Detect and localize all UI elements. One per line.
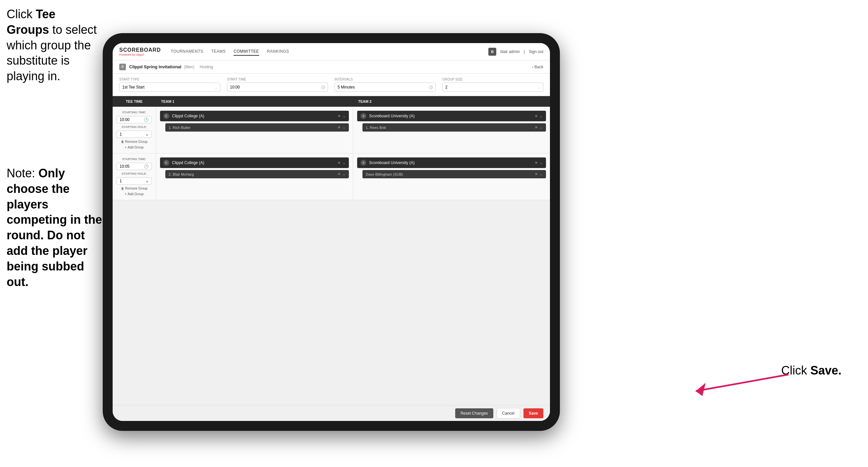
nav-committee[interactable]: COMMITTEE [234,48,259,56]
col-header-team1: Team 1 [156,96,353,107]
team2-chevron-icon-group2[interactable]: ⌄ [540,161,542,165]
player1-entry-group2[interactable]: 2. Blair McHarg ✕ ⌄ [165,170,349,178]
starting-time-value-1: 10:00 [120,117,129,122]
back-button[interactable]: ‹ Back [532,65,543,69]
player1-x-icon-group1[interactable]: ✕ [338,125,341,129]
nav-tournaments[interactable]: TOURNAMENTS [171,48,204,56]
tablet-device: SCOREBOARD Powered by clippd TOURNAMENTS… [103,33,560,431]
team2-icon-group2: S [361,160,366,166]
start-time-value: 10:00 [230,85,240,89]
team2-controls-group2: ✕ ⌄ [535,161,542,165]
player2-x-icon-group2[interactable]: ✕ [535,172,538,176]
team2-controls-group1: ✕ ⌄ [535,114,542,118]
player2-entry-group1[interactable]: 1. Rees Britt ✕ ⌄ [363,123,546,132]
team1-entry-group1[interactable]: C Clippd College (A) ✕ ⌄ [160,111,349,121]
svg-marker-3 [696,383,706,396]
intervals-label: Intervals [335,78,436,81]
starting-hole-label-2: STARTING HOLE: [122,172,147,175]
col-header-tee-time: Tee Time [113,96,156,107]
start-time-label: Start Time [227,78,328,81]
team2-x-icon-group1[interactable]: ✕ [535,114,538,118]
cancel-button[interactable]: Cancel [497,408,520,418]
add-group-label-1: Add Group [128,146,144,149]
click-save-prefix: Click [781,363,810,377]
group-size-arrow: ⌄ [538,86,540,89]
starting-hole-input-1[interactable]: 1 ⌄ [117,130,152,138]
team2-chevron-icon-group1[interactable]: ⌄ [540,114,542,118]
col-header-team2: Team 2 [353,96,550,107]
team1-controls-group2: ✕ ⌄ [338,161,345,165]
hole-arrow-1: ⌄ [146,132,149,137]
tablet-screen: SCOREBOARD Powered by clippd TOURNAMENTS… [113,43,550,421]
start-type-field: Start Type 1st Tee Start ⌄ [119,78,220,92]
nav-separator: | [524,49,525,54]
player1-chevron-icon-group1[interactable]: ⌄ [343,125,345,129]
tee-side-group2: STARTING TIME: 10:05 🕐 STARTING HOLE: 1 … [113,153,156,200]
group-size-input[interactable]: 2 ⌄ [442,83,543,92]
note-prefix: Note: [7,166,38,180]
intervals-field: Intervals 5 Minutes 🕐 [335,78,436,92]
table-container: STARTING TIME: 10:00 🕐 STARTING HOLE: 1 … [113,107,550,405]
starting-hole-input-2[interactable]: 1 ⌄ [117,177,152,185]
player2-name-group2: Dave Billingham (SUB) [366,172,532,176]
team1-cell-group1: C Clippd College (A) ✕ ⌄ 1. Rich Butler … [156,107,353,153]
start-time-input[interactable]: 10:00 🕐 [227,83,328,92]
reset-changes-button[interactable]: Reset Changes [455,408,493,418]
nav-links: TOURNAMENTS TEAMS COMMITTEE RANKINGS [171,48,489,56]
player2-entry-group2[interactable]: Dave Billingham (SUB) ✕ ⌄ [363,170,546,178]
start-type-value: 1st Tee Start [122,85,145,89]
nav-teams[interactable]: TEAMS [211,48,226,56]
save-button[interactable]: Save [523,408,543,418]
team2-entry-group1[interactable]: S Scoreboard University (A) ✕ ⌄ [357,111,546,121]
team1-entry-group2[interactable]: C Clippd College (A) ✕ ⌄ [160,157,349,168]
avatar: B [488,48,496,56]
team2-x-icon-group2[interactable]: ✕ [535,161,538,165]
player2-chevron-icon-group1[interactable]: ⌄ [540,125,542,129]
group-size-label: Group Size [442,78,543,81]
team1-chevron-icon-group2[interactable]: ⌄ [343,161,345,165]
player2-x-icon-group1[interactable]: ✕ [535,125,538,129]
start-type-label: Start Type [119,78,220,81]
start-type-input[interactable]: 1st Tee Start ⌄ [119,83,220,92]
trash-icon-2: 🗑 [121,186,124,190]
time-clock-icon-2: 🕐 [144,164,149,169]
team2-name-group1: Scoreboard University (A) [369,114,532,118]
svg-line-2 [696,375,788,391]
team1-name-group1: Clippd College (A) [172,114,335,118]
player1-x-icon-group2[interactable]: ✕ [338,172,341,176]
instruction-note: Note: Only choose the players competing … [0,159,113,296]
team2-entry-group2[interactable]: S Scoreboard University (A) ✕ ⌄ [357,157,546,168]
intervals-input[interactable]: 5 Minutes 🕐 [335,83,436,92]
player1-entry-group1[interactable]: 1. Rich Butler ✕ ⌄ [165,123,349,132]
remove-group-button-1[interactable]: 🗑 Remove Group [121,140,148,144]
starting-hole-value-1: 1 [120,132,122,137]
nav-rankings[interactable]: RANKINGS [267,48,289,56]
starting-time-input-1[interactable]: 10:00 🕐 [117,116,152,123]
team1-icon-group1: C [163,113,169,119]
player2-chevron-icon-group2[interactable]: ⌄ [540,172,542,176]
player1-controls-group2: ✕ ⌄ [338,172,345,176]
table-row: STARTING TIME: 10:05 🕐 STARTING HOLE: 1 … [113,153,550,200]
add-group-button-1[interactable]: + Add Group [125,146,144,149]
add-group-button-2[interactable]: + Add Group [125,192,144,196]
breadcrumb-tournament: Clippd Spring Invitational [129,64,181,69]
remove-group-button-2[interactable]: 🗑 Remove Group [121,186,148,190]
logo-main-text: SCOREBOARD [119,47,161,53]
start-time-field: Start Time 10:00 🕐 [227,78,328,92]
nav-signout[interactable]: Sign out [529,49,543,54]
player1-chevron-icon-group2[interactable]: ⌄ [343,172,345,176]
team1-controls-group1: ✕ ⌄ [338,114,345,118]
player1-name-group2: 2. Blair McHarg [168,172,335,176]
plus-icon-1: + [125,146,127,149]
breadcrumb-bar: B Clippd Spring Invitational (Men) Hosti… [113,60,550,74]
group-size-value: 2 [445,85,447,89]
team2-cell-group2: S Scoreboard University (A) ✕ ⌄ Dave Bil… [353,153,550,200]
team1-chevron-icon-group1[interactable]: ⌄ [343,114,345,118]
breadcrumb-gender: (Men) [184,65,194,69]
team1-x-icon-group1[interactable]: ✕ [338,114,341,118]
instruction-main: Click Tee Groups to select which group t… [0,0,106,91]
player1-name-group1: 1. Rich Butler [168,126,335,129]
starting-time-input-2[interactable]: 10:05 🕐 [117,163,152,170]
start-time-arrow: 🕐 [321,86,325,89]
team1-x-icon-group2[interactable]: ✕ [338,161,341,165]
